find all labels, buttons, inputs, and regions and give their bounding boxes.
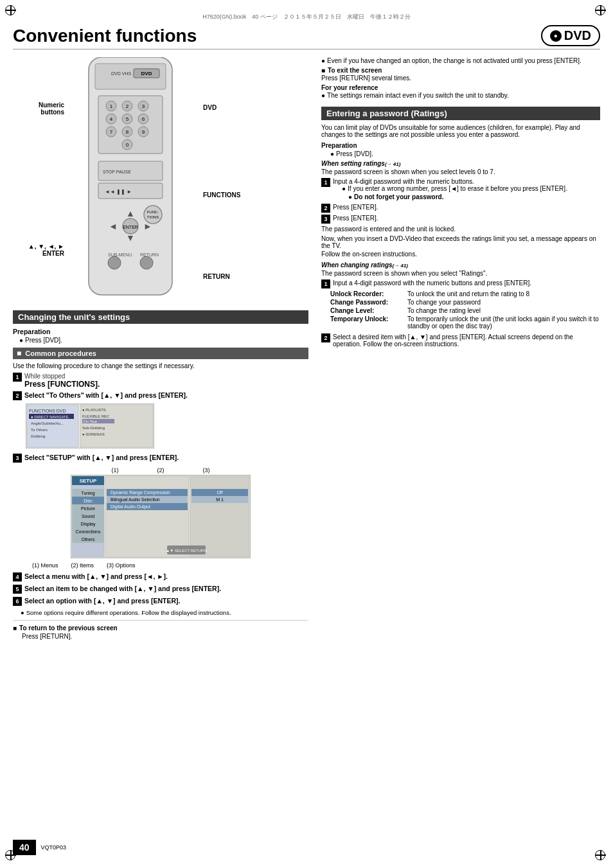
svg-text:SUB-MENU: SUB-MENU xyxy=(108,252,132,257)
svg-point-37 xyxy=(144,206,162,224)
step-6: 6 Select an option with [▲, ▼] and press… xyxy=(13,597,308,607)
use-following-text: Use the following procedure to change th… xyxy=(13,362,308,369)
return-right-label: RETURN xyxy=(203,273,240,280)
options-table: Unlock Recorder: To unlock the unit and … xyxy=(330,290,600,330)
password-section: Entering a password (Ratings) You can li… xyxy=(321,107,600,348)
prep-label: Preparation xyxy=(13,328,308,335)
option-temp-unlock-value: To temporarily unlock the unit (the unit… xyxy=(407,315,600,330)
for-reference-label: For your reference xyxy=(321,84,600,91)
svg-text:Display: Display xyxy=(81,522,96,527)
step-5-number: 5 xyxy=(13,585,22,594)
page-footer: 40 VQT0P03 xyxy=(13,840,66,855)
page-number: 40 xyxy=(13,840,36,855)
svg-text:● DIRECT NAVIGATE: ● DIRECT NAVIGATE xyxy=(31,415,69,419)
step-1: 1 While stopped Press [FUNCTIONS]. xyxy=(13,373,308,389)
page-title: Convenient functions xyxy=(13,26,197,46)
svg-text:0: 0 xyxy=(126,142,129,148)
header-info: H7620(GN).book 40 ページ ２０１５年５月２５日 水曜日 午後１… xyxy=(202,13,411,20)
arrows-enter-label: ▲, ▼, ◄, ► ENTER xyxy=(13,243,64,257)
setting-step-1-number: 1 xyxy=(321,178,330,187)
common-proc-header: ■ Common procedures xyxy=(13,348,308,359)
svg-text:STOP  PAUSE: STOP PAUSE xyxy=(103,170,131,174)
svg-text:● SORENAS: ● SORENAS xyxy=(82,432,105,436)
svg-point-42 xyxy=(108,256,121,269)
svg-text:DVD: DVD xyxy=(141,71,152,76)
option-unlock-value: To unlock the unit and return the rating… xyxy=(407,290,600,297)
svg-text:ENTER: ENTER xyxy=(123,225,138,229)
svg-text:Bilingual Audio Selection: Bilingual Audio Selection xyxy=(111,497,160,502)
changing-step-2: 2 Select a desired item with [▲, ▼] and … xyxy=(321,333,600,348)
step-2-text: Select "To Others" with [▲, ▼] and press… xyxy=(24,391,188,399)
option-temp-unlock: Temporary Unlock: To temporarily unlock … xyxy=(330,315,600,330)
option-unlock: Unlock Recorder: To unlock the unit and … xyxy=(330,290,600,297)
svg-text:Tuning: Tuning xyxy=(81,491,94,496)
remote-svg: DVD VHS DVD DVD 1 2 3 xyxy=(69,57,191,301)
dvd-badge-label: DVD xyxy=(564,28,591,43)
step2-screen: FUNCTIONS DVD ● DIRECT NAVIGATE Angle/Su… xyxy=(26,403,296,450)
remote-section: Numeric buttons ▲, ▼, ◄, ► ENTER xyxy=(13,57,308,301)
page-header: Convenient functions ● DVD xyxy=(13,25,600,49)
svg-text:Sound: Sound xyxy=(82,514,94,518)
svg-text:4: 4 xyxy=(110,116,113,122)
step-6-note: Some options require different operation… xyxy=(21,609,308,616)
setting-step-2-text: Press [ENTER]. xyxy=(333,204,378,211)
right-column: Even if you have changed an option, the … xyxy=(321,57,600,640)
option-change-password: Change Password: To change your password xyxy=(330,299,600,306)
step-6-number: 6 xyxy=(13,597,22,606)
svg-rect-84 xyxy=(190,476,249,557)
svg-text:DVD VHS: DVD VHS xyxy=(111,71,131,76)
svg-text:● PLAYLISTS: ● PLAYLISTS xyxy=(82,408,106,412)
svg-text:9: 9 xyxy=(142,129,145,135)
to-exit-text: Press [RETURN] several times. xyxy=(321,75,600,82)
svg-text:Connections: Connections xyxy=(76,529,101,534)
vqt-code: VQT0P03 xyxy=(41,844,67,851)
changing-desc: The password screen is shown when you se… xyxy=(321,270,600,277)
svg-text:FUNCTIONS DVD: FUNCTIONS DVD xyxy=(29,409,66,413)
svg-text:Dynamic Range Compression: Dynamic Range Compression xyxy=(111,490,170,495)
step-2: 2 Select "To Others" with [▲, ▼] and pre… xyxy=(13,391,308,401)
option-change-level-label: Change Level: xyxy=(330,307,407,314)
svg-text:5: 5 xyxy=(126,116,129,122)
changing-step-1: 1 Input a 4-digit password with the nume… xyxy=(321,279,600,288)
svg-text:◄: ◄ xyxy=(109,221,118,231)
svg-text:▲▼ SELECT   RETURN: ▲▼ SELECT RETURN xyxy=(166,549,206,553)
corner-mark-tr xyxy=(595,5,608,18)
svg-text:Off: Off xyxy=(217,490,222,495)
svg-text:Others: Others xyxy=(81,537,95,542)
dvd-badge: ● DVD xyxy=(541,25,600,46)
svg-text:FUNC-: FUNC- xyxy=(147,210,159,214)
password-prep-bullet: Press [DVD]. xyxy=(330,150,600,157)
dvd-circle-icon: ● xyxy=(550,30,562,42)
numeric-buttons-label: Numeric buttons xyxy=(13,102,64,116)
changing-settings-header: Changing the unit's settings xyxy=(13,310,308,324)
svg-text:◄◄  ❚❚  ►: ◄◄ ❚❚ ► xyxy=(105,189,132,195)
even-if-text: Even if you have changed an option, the … xyxy=(321,57,600,64)
svg-text:Angle/Subtitle/Au...: Angle/Subtitle/Au... xyxy=(31,421,64,425)
svg-text:1: 1 xyxy=(110,103,113,109)
square-bullet-icon: ■ xyxy=(17,349,21,358)
setting-step-3-text: Press [ENTER]. xyxy=(333,215,378,222)
option-change-password-value: To change your password xyxy=(407,299,600,306)
page-wrapper: H7620(GN).book 40 ページ ２０１５年５月２５日 水曜日 午後１… xyxy=(0,0,613,868)
svg-text:Dubbing: Dubbing xyxy=(31,434,45,438)
step-1-text: Press [FUNCTIONS]. xyxy=(24,380,100,389)
when-changing-label: When changing ratings(→ 41) xyxy=(321,261,600,269)
setting-step-1: 1 Input a 4-digit password with the nume… xyxy=(321,178,600,202)
svg-rect-77 xyxy=(105,476,189,557)
option-unlock-label: Unlock Recorder: xyxy=(330,290,407,297)
step-5: 5 Select an item to be changed with [▲, … xyxy=(13,585,308,594)
svg-text:3: 3 xyxy=(142,103,145,109)
svg-text:8: 8 xyxy=(126,129,129,135)
svg-text:Digital Audio Output: Digital Audio Output xyxy=(111,504,150,509)
dvd-right-label: DVD xyxy=(203,104,240,111)
divider xyxy=(13,620,308,621)
for-reference-text: The settings remain intact even if you s… xyxy=(321,92,600,99)
step1-note2: Do not forget your password. xyxy=(348,193,567,200)
step-5-text: Select an item to be changed with [▲, ▼]… xyxy=(24,585,221,592)
remote-left-labels: Numeric buttons ▲, ▼, ◄, ► ENTER xyxy=(13,57,64,301)
svg-point-43 xyxy=(140,256,153,269)
svg-text:7: 7 xyxy=(110,129,113,135)
corner-mark-br xyxy=(595,850,608,863)
changing-step-1-number: 1 xyxy=(321,279,330,288)
option-temp-unlock-label: Temporary Unlock: xyxy=(330,315,407,330)
